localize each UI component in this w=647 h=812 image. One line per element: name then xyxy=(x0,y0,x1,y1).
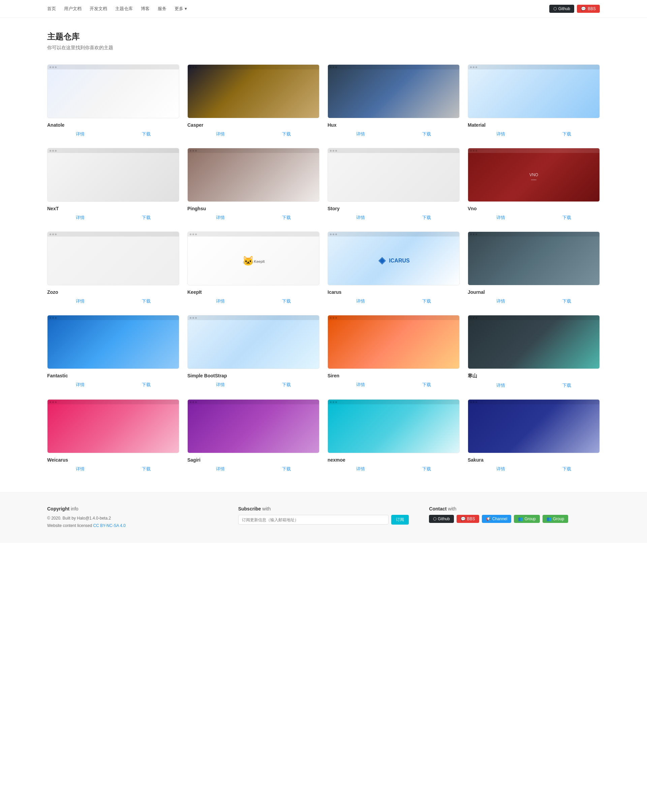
theme-download-hux[interactable]: 下载 xyxy=(422,131,431,137)
theme-download-weicarus[interactable]: 下载 xyxy=(142,466,151,472)
theme-detail-fantastic[interactable]: 详情 xyxy=(76,382,85,388)
theme-download-journal[interactable]: 下载 xyxy=(562,298,571,304)
theme-name-anatole: Anatole xyxy=(47,122,179,128)
navigation: 首页 用户文档 开发文档 主题仓库 博客 服务 更多 ▾ ⬡ Github 💬 … xyxy=(0,0,647,18)
footer-copyright-title: Copyright info xyxy=(47,506,218,511)
nav-more[interactable]: 更多 ▾ xyxy=(175,6,187,12)
contact-suffix: with xyxy=(448,506,456,511)
nav-home[interactable]: 首页 xyxy=(47,6,56,12)
contact-bbs-icon: 💬 xyxy=(461,516,466,521)
nav-blog[interactable]: 博客 xyxy=(141,6,150,12)
theme-detail-simplebootstrap[interactable]: 详情 xyxy=(216,382,225,388)
theme-preview-hanshan xyxy=(468,315,600,369)
contact-bbs-button[interactable]: 💬 BBS xyxy=(456,515,479,523)
theme-name-weicarus: Weicarus xyxy=(47,457,179,462)
theme-detail-keepit[interactable]: 详情 xyxy=(216,298,225,304)
theme-download-siren[interactable]: 下载 xyxy=(422,382,431,388)
theme-detail-icarus[interactable]: 详情 xyxy=(356,298,365,304)
subscribe-input[interactable] xyxy=(238,515,389,525)
theme-download-hanshan[interactable]: 下载 xyxy=(562,382,571,388)
footer-subscribe-title: Subscribe with xyxy=(238,506,409,511)
theme-name-zozo: Zozo xyxy=(47,289,179,295)
theme-name-casper: Casper xyxy=(188,122,319,128)
theme-download-zozo[interactable]: 下载 xyxy=(142,298,151,304)
footer-contact-title: Contact with xyxy=(429,506,600,511)
nav-user-docs[interactable]: 用户文档 xyxy=(64,6,82,12)
theme-download-icarus[interactable]: 下载 xyxy=(422,298,431,304)
nav-services[interactable]: 服务 xyxy=(158,6,166,12)
contact-group-button[interactable]: 👥 Group xyxy=(514,515,540,523)
theme-preview-siren xyxy=(328,315,459,369)
theme-detail-hanshan[interactable]: 详情 xyxy=(496,382,505,388)
nav-dev-docs[interactable]: 开发文档 xyxy=(90,6,107,12)
theme-detail-journal[interactable]: 详情 xyxy=(496,298,505,304)
theme-name-next: NexT xyxy=(47,206,179,211)
theme-detail-nexmoe[interactable]: 详情 xyxy=(356,466,365,472)
theme-detail-material[interactable]: 详情 xyxy=(496,131,505,137)
theme-preview-vno: VNO••••• xyxy=(468,148,600,202)
theme-name-siren: Siren xyxy=(328,373,459,379)
theme-actions-icarus: 详情 下载 xyxy=(328,298,459,304)
theme-card-icarus: ICARUS Icarus 详情 下载 xyxy=(328,232,459,304)
theme-download-anatole[interactable]: 下载 xyxy=(142,131,151,137)
theme-detail-next[interactable]: 详情 xyxy=(76,215,85,221)
theme-download-keepit[interactable]: 下载 xyxy=(282,298,291,304)
contact-github-button[interactable]: ⬡ Github xyxy=(429,515,453,523)
theme-actions-sakura: 详情 下载 xyxy=(468,466,600,472)
theme-download-simplebootstrap[interactable]: 下载 xyxy=(282,382,291,388)
theme-detail-casper[interactable]: 详情 xyxy=(216,131,225,137)
theme-detail-anatole[interactable]: 详情 xyxy=(76,131,85,137)
contact-channel-icon: 📢 xyxy=(486,516,491,521)
page-subtitle: 你可以在这里找到你喜欢的主题 xyxy=(47,45,600,51)
theme-download-pinghsu[interactable]: 下载 xyxy=(282,215,291,221)
contact-group2-button[interactable]: 👥 Group xyxy=(543,515,568,523)
theme-grid-container: Anatole 详情 下载 Casper 详情 下载 Hux 详情 下载 Mat… xyxy=(0,58,647,492)
theme-detail-pinghsu[interactable]: 详情 xyxy=(216,215,225,221)
theme-download-vno[interactable]: 下载 xyxy=(562,215,571,221)
theme-detail-sagiri[interactable]: 详情 xyxy=(216,466,225,472)
theme-actions-weicarus: 详情 下载 xyxy=(47,466,179,472)
license-link[interactable]: CC BY-NC-SA 4.0 xyxy=(93,523,126,528)
theme-detail-hux[interactable]: 详情 xyxy=(356,131,365,137)
footer-subscribe-col: Subscribe with 订阅 xyxy=(238,506,409,525)
theme-card-pinghsu: Pinghsu 详情 下载 xyxy=(188,148,319,221)
theme-card-zozo: Zozo 详情 下载 xyxy=(47,232,179,304)
theme-card-next: NexT 详情 下载 xyxy=(47,148,179,221)
theme-card-sagiri: Sagiri 详情 下载 xyxy=(188,399,319,472)
theme-name-sagiri: Sagiri xyxy=(188,457,319,462)
nav-github-button[interactable]: ⬡ Github xyxy=(549,5,574,13)
contact-channel-button[interactable]: 📢 Channel xyxy=(482,515,511,523)
theme-detail-sakura[interactable]: 详情 xyxy=(496,466,505,472)
theme-detail-vno[interactable]: 详情 xyxy=(496,215,505,221)
theme-download-fantastic[interactable]: 下载 xyxy=(142,382,151,388)
theme-preview-fantastic xyxy=(47,315,179,369)
theme-download-sagiri[interactable]: 下载 xyxy=(282,466,291,472)
theme-download-casper[interactable]: 下载 xyxy=(282,131,291,137)
theme-detail-story[interactable]: 详情 xyxy=(356,215,365,221)
contact-group-label: Group xyxy=(524,516,536,521)
contact-buttons: ⬡ Github 💬 BBS 📢 Channel 👥 Group 👥 xyxy=(429,515,600,523)
contact-label: Contact xyxy=(429,506,447,511)
subscribe-label: Subscribe xyxy=(238,506,261,511)
theme-download-story[interactable]: 下载 xyxy=(422,215,431,221)
theme-detail-zozo[interactable]: 详情 xyxy=(76,298,85,304)
subscribe-button[interactable]: 订阅 xyxy=(391,515,409,525)
theme-actions-nexmoe: 详情 下载 xyxy=(328,466,459,472)
theme-actions-keepit: 详情 下载 xyxy=(188,298,319,304)
theme-name-material: Material xyxy=(468,122,600,128)
theme-download-next[interactable]: 下载 xyxy=(142,215,151,221)
theme-detail-siren[interactable]: 详情 xyxy=(356,382,365,388)
theme-name-simplebootstrap: Simple BootStrap xyxy=(188,373,319,379)
theme-download-nexmoe[interactable]: 下载 xyxy=(422,466,431,472)
theme-download-material[interactable]: 下载 xyxy=(562,131,571,137)
theme-download-sakura[interactable]: 下载 xyxy=(562,466,571,472)
subscribe-form: 订阅 xyxy=(238,515,409,525)
theme-preview-hux xyxy=(328,64,459,118)
contact-group2-icon: 👥 xyxy=(546,516,552,521)
theme-name-fantastic: Fantastic xyxy=(47,373,179,379)
theme-detail-weicarus[interactable]: 详情 xyxy=(76,466,85,472)
nav-themes[interactable]: 主题仓库 xyxy=(115,6,133,12)
contact-group-icon: 👥 xyxy=(518,516,523,521)
license-prefix: Website content licensed xyxy=(47,523,93,528)
nav-bbs-button[interactable]: 💬 BBS xyxy=(577,5,600,13)
